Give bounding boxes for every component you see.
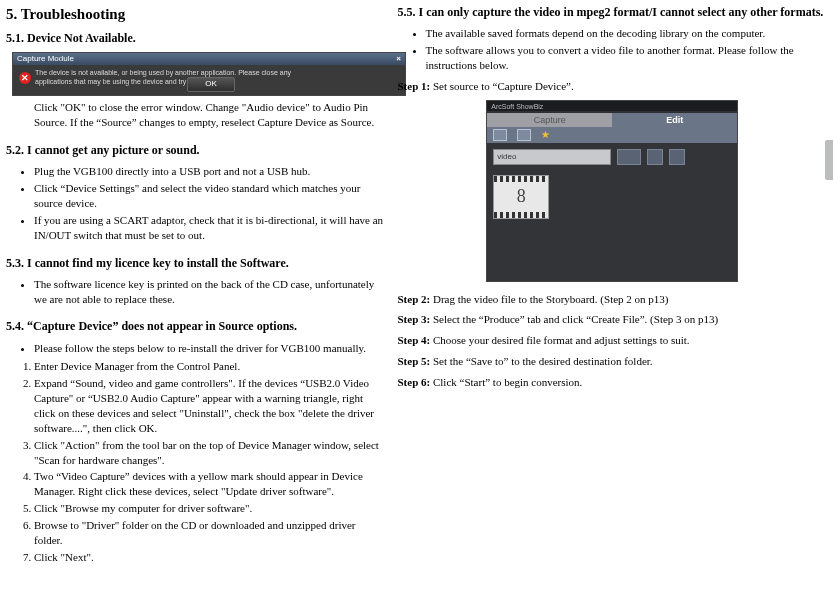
step-1: Step 1: Set source to “Capture Device”. [398,79,827,94]
list-5-3: The software licence key is printed on t… [34,277,386,307]
step-text: Drag the video file to the Storyboard. (… [433,293,669,305]
list-item: The software allows you to convert a vid… [426,43,827,73]
open-button [617,149,641,165]
list-5-5: The available saved formats depend on th… [426,26,827,73]
step-label: Step 2: [398,293,431,305]
ok-button: OK [187,77,235,92]
app-toolbar: ★ [487,127,737,143]
list-item: Click "Next". [34,550,386,565]
para-5-1: Click "OK" to close the error window. Ch… [34,100,386,130]
clip-number: 8 [494,176,548,218]
step-text: Set the “Save to” to the desired destina… [433,355,653,367]
list-item: Click "Browse my computer for driver sof… [34,501,386,516]
app-titlebar: ArcSoft ShowBiz [487,101,737,111]
dialog-message-text: The device is not available, or being us… [35,69,325,86]
list-item: The software licence key is printed on t… [34,277,386,307]
chapter-title: 5. Troubleshooting [6,4,386,24]
tab-edit: Edit [612,113,737,128]
list-item: Click "Action" from the tool bar on the … [34,438,386,468]
step-2: Step 2: Drag the video file to the Story… [398,292,827,307]
error-icon: ✕ [19,72,31,84]
step-label: Step 4: [398,334,431,346]
step-text: Select the “Produce” tab and click “Crea… [433,313,718,325]
list-item: Browse to "Driver" folder on the CD or d… [34,518,386,548]
tab-capture: Capture [487,113,612,128]
star-icon: ★ [541,128,550,142]
step-text: Click “Start” to begin conversion. [433,376,582,388]
heading-5-5: 5.5. I can only capture the video in mpe… [398,4,827,20]
step-label: Step 5: [398,355,431,367]
step-text: Set source to “Capture Device”. [433,80,574,92]
step-label: Step 1: [398,80,431,92]
app-body: video 8 [487,143,737,281]
page-edge-handle [825,140,833,180]
step-label: Step 6: [398,376,431,388]
toolbar-square-1 [647,149,663,165]
dialog-titlebar: Capture Module × [13,53,405,65]
list-item: If you are using a SCART adaptor, check … [34,213,386,243]
list-item: Enter Device Manager from the Control Pa… [34,359,386,374]
list-5-4-intro: Please follow the steps below to re-inst… [34,341,386,356]
heading-5-1: 5.1. Device Not Available. [6,30,386,46]
heading-5-2: 5.2. I cannot get any picture or sound. [6,142,386,158]
app-tabs: CaptureEdit [487,112,737,127]
source-select: video [493,149,611,165]
list-5-4-steps: Enter Device Manager from the Control Pa… [34,359,386,564]
step-label: Step 3: [398,313,431,325]
heading-5-4: 5.4. “Capture Device” does not appear in… [6,318,386,334]
list-item: Two “Video Capture” devices with a yello… [34,469,386,499]
step-5: Step 5: Set the “Save to” to the desired… [398,354,827,369]
list-item: Plug the VGB100 directly into a USB port… [34,164,386,179]
screenshot-app-window: ArcSoft ShowBiz CaptureEdit ★ video 8 [486,100,738,282]
step-3: Step 3: Select the “Produce” tab and cli… [398,312,827,327]
toolbar-square-2 [669,149,685,165]
dialog-message: ✕ The device is not available, or being … [19,69,325,86]
source-row: video [493,149,731,165]
folder-icon [493,129,507,141]
list-item: Please follow the steps below to re-inst… [34,341,386,356]
list-item: Click “Device Settings" and select the v… [34,181,386,211]
list-5-2: Plug the VGB100 directly into a USB port… [34,164,386,242]
clip-thumbnail: 8 [493,175,549,219]
dialog-title: Capture Module [17,54,74,64]
screenshot-error-dialog: Capture Module × ✕ The device is not ava… [12,52,406,96]
step-4: Step 4: Choose your desired file format … [398,333,827,348]
rect-icon [517,129,531,141]
step-6: Step 6: Click “Start” to begin conversio… [398,375,827,390]
heading-5-3: 5.3. I cannot find my licence key to ins… [6,255,386,271]
step-text: Choose your desired file format and adju… [433,334,690,346]
list-item: The available saved formats depend on th… [426,26,827,41]
list-item: Expand “Sound, video and game controller… [34,376,386,435]
